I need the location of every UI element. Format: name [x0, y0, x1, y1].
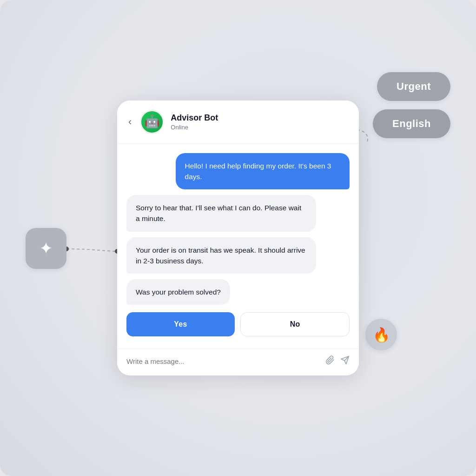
yes-button[interactable]: Yes: [126, 312, 235, 336]
sparkle-icon: ✦: [39, 239, 53, 258]
no-button[interactable]: No: [240, 312, 350, 336]
chat-messages: Hello! I need help finding my order. It'…: [117, 144, 359, 313]
bot-name: Advisor Bot: [171, 113, 218, 123]
chat-input-area: [117, 349, 359, 375]
urgent-label: Urgent: [397, 80, 431, 92]
bot-icon: 🤖: [145, 114, 159, 129]
message-input[interactable]: [126, 357, 320, 365]
message-user-1: Hello! I need help finding my order. It'…: [176, 153, 350, 190]
bot-avatar: 🤖: [140, 110, 164, 134]
back-button[interactable]: ‹: [128, 116, 132, 128]
fire-icon: 🔥: [373, 327, 390, 343]
chat-window: ‹ 🤖 Advisor Bot Online Hello! I need hel…: [117, 101, 359, 376]
message-bot-1: Sorry to hear that. I'll see what I can …: [126, 195, 316, 232]
urgent-badge: Urgent: [377, 72, 450, 101]
english-badge: English: [373, 109, 450, 138]
send-icon[interactable]: [340, 355, 350, 367]
chat-header: ‹ 🤖 Advisor Bot Online: [117, 101, 359, 144]
bot-status: Online: [171, 124, 218, 131]
message-bot-2: Your order is on transit has we speak. I…: [126, 237, 316, 274]
fire-badge: 🔥: [365, 319, 397, 350]
bot-info: Advisor Bot Online: [171, 113, 218, 131]
english-label: English: [392, 118, 431, 129]
action-buttons: Yes No: [117, 312, 359, 345]
spacer: [117, 345, 359, 349]
message-bot-3: Was your problem solved?: [126, 279, 230, 305]
magic-badge: ✦: [26, 228, 66, 269]
attach-icon[interactable]: [325, 355, 335, 367]
scene: Urgent English ✦ 🔥 ‹ 🤖 Advisor Bot Onlin…: [0, 0, 476, 476]
